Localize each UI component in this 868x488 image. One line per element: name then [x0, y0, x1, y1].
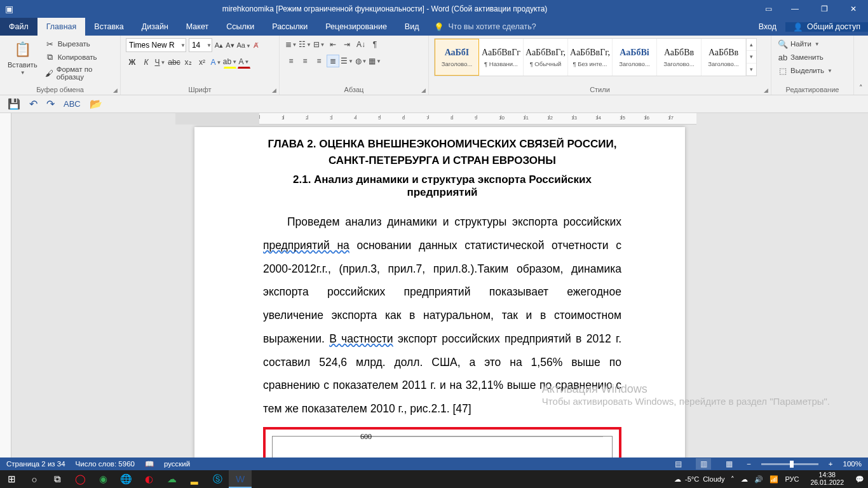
tab-review[interactable]: Рецензирование [316, 18, 396, 36]
select-button[interactable]: ⬚Выделить▼ [776, 65, 834, 76]
bold-button[interactable]: Ж [126, 56, 139, 69]
line-spacing-button[interactable]: ☰▼ [341, 55, 353, 67]
status-word-count[interactable]: Число слов: 5960 [76, 460, 135, 468]
styles-gallery[interactable]: АаБбІЗаголово... АаБбВвГг¶ Названи... Аа… [434, 38, 757, 76]
style-item[interactable]: АаБбВвЗаголово... [702, 39, 746, 76]
format-painter-button[interactable]: 🖌Формат по образцу [44, 65, 115, 81]
justify-button[interactable]: ≣ [327, 55, 339, 67]
taskbar-clock[interactable]: 14:3826.01.2022 [805, 471, 849, 486]
print-layout-button[interactable]: ▥ [696, 458, 711, 470]
decrease-indent-button[interactable]: ⇤ [327, 38, 339, 51]
zoom-in-button[interactable]: + [829, 460, 833, 468]
styles-scroll-up[interactable]: ▴ [747, 39, 756, 51]
tab-references[interactable]: Ссылки [217, 18, 263, 36]
zoom-out-button[interactable]: − [747, 460, 751, 468]
tab-view[interactable]: Вид [396, 18, 428, 36]
document-area[interactable]: ГЛАВА 2. ОЦЕНКА ВНЕШНЕЭКОНОМИЧЕСКИХ СВЯЗ… [0, 125, 868, 458]
ribbon-display-options[interactable]: ▭ [756, 4, 780, 13]
align-right-button[interactable]: ≡ [313, 55, 325, 67]
shrink-font-button[interactable]: A▾ [226, 41, 234, 50]
tray-onedrive-icon[interactable]: ☁ [741, 475, 748, 484]
task-view-button[interactable]: ⧉ [46, 470, 69, 488]
clipboard-dialog-launcher[interactable]: ◢ [113, 87, 118, 93]
clear-formatting-button[interactable]: A̸ [254, 41, 259, 50]
status-language[interactable]: русский [164, 460, 190, 468]
copy-button[interactable]: ⧉Копировать [44, 51, 115, 63]
taskbar-app-explorer[interactable]: ▂ [183, 470, 206, 488]
tab-mailings[interactable]: Рассылки [263, 18, 316, 36]
tab-layout[interactable]: Макет [177, 18, 217, 36]
undo-button[interactable]: ↶ [29, 98, 37, 110]
close-button[interactable]: ✕ [839, 0, 868, 18]
spelling-button[interactable]: ABC [64, 99, 81, 109]
taskbar-app-generic1[interactable]: ◐ [137, 470, 160, 488]
system-tray[interactable]: ˄ ☁ 🔊 📶 РУС 14:3826.01.2022 💬 [731, 471, 868, 486]
increase-indent-button[interactable]: ⇥ [341, 38, 353, 51]
find-button[interactable]: 🔍Найти▼ [776, 38, 834, 50]
tray-notifications-icon[interactable]: 💬 [855, 475, 864, 484]
tab-design[interactable]: Дизайн [133, 18, 177, 36]
paste-button[interactable]: 📋 Вставить ▼ [5, 38, 40, 77]
restore-button[interactable]: ❐ [810, 0, 839, 18]
style-item[interactable]: АаБбІЗаголово... [435, 39, 479, 76]
style-item[interactable]: АаБбВвГг,¶ Без инте... [568, 39, 613, 76]
vertical-ruler[interactable] [0, 125, 11, 458]
share-button[interactable]: 👤Общий доступ [785, 22, 868, 32]
read-mode-button[interactable]: ▤ [670, 458, 686, 470]
replace-button[interactable]: abЗаменить [776, 51, 834, 63]
font-dialog-launcher[interactable]: ◢ [272, 87, 276, 93]
tab-insert[interactable]: Вставка [85, 18, 132, 36]
style-item[interactable]: АаБбВвГг,¶ Обычный [524, 39, 568, 76]
underline-button[interactable]: Ч▼ [154, 56, 166, 69]
cortana-button[interactable]: ○ [23, 470, 46, 488]
style-item[interactable]: АаБбВвГг¶ Названи... [479, 39, 524, 76]
style-item[interactable]: АаБбВвЗаголово... [657, 39, 702, 76]
style-item[interactable]: АаБбВіЗаголово... [613, 39, 657, 76]
italic-button[interactable]: К [140, 56, 153, 69]
tab-file[interactable]: Файл [0, 18, 37, 36]
tab-home[interactable]: Главная [37, 18, 86, 36]
zoom-slider[interactable] [761, 463, 818, 465]
styles-dialog-launcher[interactable]: ◢ [764, 87, 768, 93]
styles-scroll-down[interactable]: ▾ [747, 51, 756, 63]
tray-wifi-icon[interactable]: 📶 [770, 475, 778, 484]
sort-button[interactable]: A↓ [355, 38, 367, 51]
styles-more-button[interactable]: ▾ [747, 64, 756, 76]
signin-button[interactable]: Вход [750, 22, 785, 31]
cut-button[interactable]: ✂Вырезать [44, 38, 115, 50]
open-button[interactable]: 📂 [90, 98, 102, 110]
proofing-icon[interactable]: 📖 [145, 459, 154, 468]
status-page[interactable]: Страница 2 из 34 [6, 460, 65, 468]
font-name-combo[interactable]: ▼ [126, 38, 186, 52]
web-layout-button[interactable]: ▦ [721, 458, 736, 470]
align-left-button[interactable]: ≡ [285, 55, 297, 67]
subscript-button[interactable]: x₂ [182, 56, 194, 69]
zoom-level[interactable]: 100% [843, 460, 862, 468]
save-button[interactable]: 💾 [8, 98, 20, 110]
redo-button[interactable]: ↷ [46, 98, 55, 110]
shading-button[interactable]: ◍▼ [355, 55, 367, 67]
start-button[interactable]: ⊞ [0, 470, 23, 488]
taskbar-weather[interactable]: ☁ -5°C Cloudy [668, 475, 731, 484]
taskbar-app-skype[interactable]: Ⓢ [206, 470, 229, 488]
taskbar-app-chrome[interactable]: 🌐 [114, 470, 137, 488]
taskbar-app-word[interactable]: W [229, 470, 252, 488]
change-case-button[interactable]: Aa▼ [237, 41, 251, 49]
show-marks-button[interactable]: ¶ [369, 38, 381, 51]
superscript-button[interactable]: x² [196, 56, 208, 69]
highlight-button[interactable]: ab▼ [224, 56, 236, 69]
font-color-button[interactable]: A▼ [238, 56, 250, 69]
tray-volume-icon[interactable]: 🔊 [754, 475, 763, 484]
align-center-button[interactable]: ≡ [299, 55, 311, 67]
taskbar-app-generic2[interactable]: ☁ [160, 470, 183, 488]
multilevel-list-button[interactable]: ⊟▼ [313, 38, 325, 51]
horizontal-ruler[interactable]: 1234567891011121314151617 [175, 113, 696, 125]
text-effects-button[interactable]: A▼ [210, 56, 222, 69]
grow-font-button[interactable]: A▴ [215, 41, 223, 50]
borders-button[interactable]: ▦▼ [369, 55, 381, 67]
tell-me-search[interactable]: 💡Что вы хотите сделать? [428, 18, 542, 36]
font-size-combo[interactable]: ▼ [189, 38, 212, 52]
taskbar-app-edge[interactable]: ◉ [92, 470, 114, 488]
tray-chevron-icon[interactable]: ˄ [731, 475, 735, 484]
minimize-button[interactable]: — [780, 0, 810, 18]
